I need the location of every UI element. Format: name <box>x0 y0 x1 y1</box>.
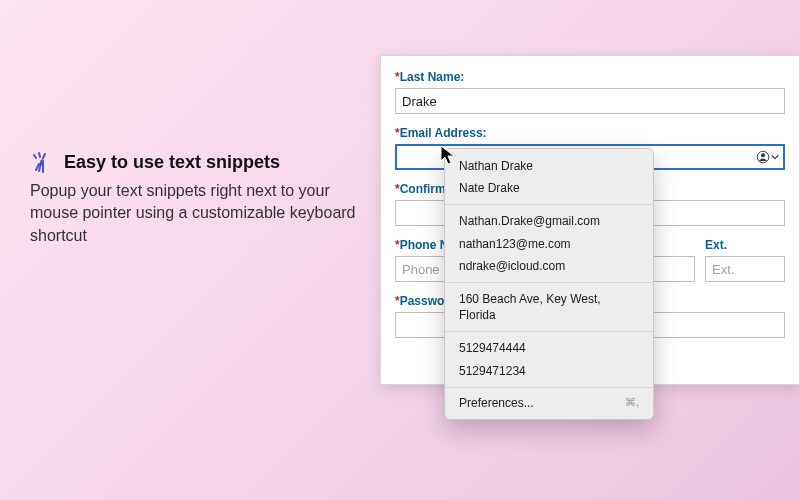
snippet-item[interactable]: nathan123@me.com <box>445 233 653 255</box>
preferences-label: Preferences... <box>459 396 534 410</box>
snap-fingers-icon <box>30 150 54 174</box>
promo-header: Easy to use text snippets <box>30 150 370 174</box>
last-name-label: *Last Name: <box>395 70 785 84</box>
popup-divider <box>445 204 653 205</box>
preferences-shortcut: ⌘, <box>625 396 639 409</box>
popup-divider <box>445 282 653 283</box>
ext-input[interactable] <box>705 256 785 282</box>
snippet-item[interactable]: Nathan.Drake@gmail.com <box>445 210 653 232</box>
email-label-text: Email Address: <box>400 126 487 140</box>
snippet-preferences-item[interactable]: Preferences... ⌘, <box>445 393 653 413</box>
snippet-popup: Nathan Drake Nate Drake Nathan.Drake@gma… <box>444 148 654 420</box>
snippet-item[interactable]: 5129474444 <box>445 337 653 359</box>
promo-description: Popup your text snippets right next to y… <box>30 180 370 247</box>
snippet-item[interactable]: ndrake@icloud.com <box>445 255 653 277</box>
last-name-input[interactable] <box>395 88 785 114</box>
popup-divider <box>445 331 653 332</box>
chevron-down-icon <box>771 153 779 161</box>
last-name-label-text: Last Name: <box>400 70 465 84</box>
snippet-item[interactable]: 160 Beach Ave, Key West, Florida <box>445 288 653 326</box>
contact-autofill-icon[interactable] <box>756 150 779 164</box>
ext-label: Ext. <box>705 238 785 252</box>
snippet-item[interactable]: 5129471234 <box>445 360 653 382</box>
snippet-item[interactable]: Nate Drake <box>445 177 653 199</box>
promo-block: Easy to use text snippets Popup your tex… <box>30 150 370 247</box>
field-last-name: *Last Name: <box>395 70 785 114</box>
popup-divider <box>445 387 653 388</box>
snippet-item[interactable]: Nathan Drake <box>445 155 653 177</box>
promo-title: Easy to use text snippets <box>64 152 280 173</box>
email-label: *Email Address: <box>395 126 785 140</box>
svg-point-1 <box>761 153 765 157</box>
